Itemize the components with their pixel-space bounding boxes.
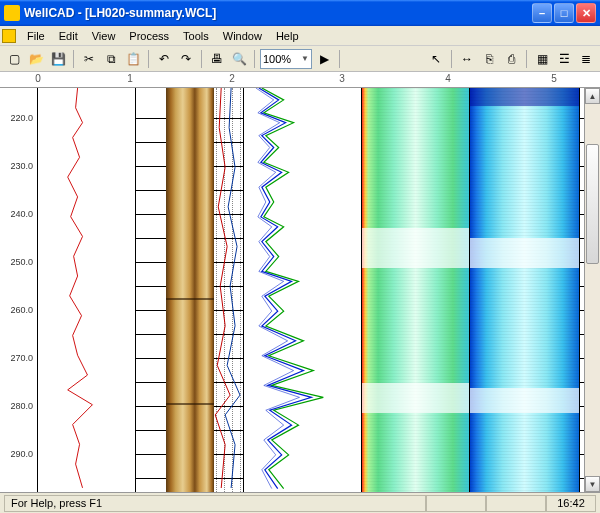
spectral-band	[362, 228, 469, 268]
scrollbar-thumb[interactable]	[586, 144, 599, 264]
config-icon: ⎘	[486, 52, 493, 66]
undo-icon: ↶	[159, 52, 169, 66]
ruler-tick: 3	[339, 73, 345, 84]
depth-label: 230.0	[10, 161, 33, 171]
scroll-down-button[interactable]: ▼	[585, 476, 600, 492]
tracks-container	[38, 88, 584, 492]
toolbar-separator	[73, 50, 74, 68]
menu-bar: File Edit View Process Tools Window Help	[0, 26, 600, 46]
run-icon: ▶	[320, 52, 329, 66]
new-icon: ▢	[9, 52, 20, 66]
preview-button[interactable]: 🔍	[229, 49, 249, 69]
spectral-band	[470, 388, 579, 413]
depth-label: 240.0	[10, 209, 33, 219]
window-controls: – □ ✕	[532, 3, 596, 23]
layers-icon: ≣	[581, 52, 591, 66]
new-button[interactable]: ▢	[4, 49, 24, 69]
toolbar-separator	[254, 50, 255, 68]
minimize-button[interactable]: –	[532, 3, 552, 23]
config1-button[interactable]: ⎘	[479, 49, 499, 69]
toolbar-separator	[526, 50, 527, 68]
depth-label: 270.0	[10, 353, 33, 363]
spectral-band	[362, 383, 469, 413]
menu-process[interactable]: Process	[122, 28, 176, 44]
pointer-icon: ↖	[431, 52, 441, 66]
zoom-value: 100%	[263, 53, 291, 65]
track-5-spectral[interactable]	[470, 88, 580, 492]
run-button[interactable]: ▶	[314, 49, 334, 69]
ruler-tick: 1	[127, 73, 133, 84]
ruler-tick: 4	[445, 73, 451, 84]
log-workspace[interactable]: 220.0 230.0 240.0 250.0 260.0 270.0 280.…	[0, 88, 600, 492]
print-icon: 🖶	[211, 52, 223, 66]
maximize-button[interactable]: □	[554, 3, 574, 23]
curve-multi	[244, 88, 361, 489]
scroll-up-button[interactable]: ▲	[585, 88, 600, 104]
title-bar: WellCAD - [LH020-summary.WCL] – □ ✕	[0, 0, 600, 26]
menu-view[interactable]: View	[85, 28, 123, 44]
config-icon: ⎙	[508, 52, 515, 66]
layers-button[interactable]: ≣	[576, 49, 596, 69]
toolbar-separator	[148, 50, 149, 68]
redo-button[interactable]: ↷	[176, 49, 196, 69]
window-title: WellCAD - [LH020-summary.WCL]	[24, 6, 532, 20]
status-help: For Help, press F1	[4, 495, 426, 512]
horizontal-ruler: 0 1 2 3 4 5	[0, 72, 600, 88]
copy-button[interactable]: ⧉	[101, 49, 121, 69]
redo-icon: ↷	[181, 52, 191, 66]
open-button[interactable]: 📂	[26, 49, 46, 69]
spectral-band	[470, 238, 579, 268]
toolbar: ▢ 📂 💾 ✂ ⧉ 📋 ↶ ↷ 🖶 🔍 100% ▼ ▶ ↖ ↔ ⎘ ⎙ ▦ ☲…	[0, 46, 600, 72]
ruler-tick: 0	[35, 73, 41, 84]
props-button[interactable]: ☲	[554, 49, 574, 69]
status-bar: For Help, press F1 16:42	[0, 492, 600, 513]
copy-icon: ⧉	[107, 52, 116, 66]
open-icon: 📂	[29, 52, 44, 66]
paste-icon: 📋	[126, 52, 141, 66]
chevron-down-icon: ▼	[301, 54, 309, 63]
toolbar-separator	[201, 50, 202, 68]
track-4-spectral[interactable]	[362, 88, 470, 492]
menu-help[interactable]: Help	[269, 28, 306, 44]
toolbar-separator	[451, 50, 452, 68]
curve-overlay	[136, 88, 243, 488]
app-icon	[4, 5, 20, 21]
measure-button[interactable]: ↔	[457, 49, 477, 69]
close-button[interactable]: ✕	[576, 3, 596, 23]
spectral-image-green	[362, 88, 469, 492]
ruler-tick: 2	[229, 73, 235, 84]
depth-label: 290.0	[10, 449, 33, 459]
props-icon: ☲	[559, 52, 570, 66]
curve-red	[38, 88, 135, 488]
zoom-combo[interactable]: 100% ▼	[260, 49, 312, 69]
menu-window[interactable]: Window	[216, 28, 269, 44]
status-empty	[426, 495, 486, 512]
preview-icon: 🔍	[232, 52, 247, 66]
grid-button[interactable]: ▦	[532, 49, 552, 69]
menu-edit[interactable]: Edit	[52, 28, 85, 44]
track-1-curve[interactable]	[38, 88, 136, 492]
menu-tools[interactable]: Tools	[176, 28, 216, 44]
status-time: 16:42	[546, 495, 596, 512]
track-2-image[interactable]	[136, 88, 244, 492]
save-button[interactable]: 💾	[48, 49, 68, 69]
paste-button[interactable]: 📋	[123, 49, 143, 69]
undo-button[interactable]: ↶	[154, 49, 174, 69]
document-icon	[2, 29, 16, 43]
config2-button[interactable]: ⎙	[501, 49, 521, 69]
scrollbar-track[interactable]	[585, 104, 600, 476]
cut-icon: ✂	[84, 52, 94, 66]
spectral-image-cyan	[470, 88, 579, 492]
track-3-curves[interactable]	[244, 88, 362, 492]
ruler-tick: 5	[551, 73, 557, 84]
pointer-button[interactable]: ↖	[426, 49, 446, 69]
spectral-band	[470, 88, 579, 106]
depth-axis: 220.0 230.0 240.0 250.0 260.0 270.0 280.…	[0, 88, 38, 492]
depth-label: 220.0	[10, 113, 33, 123]
depth-label: 260.0	[10, 305, 33, 315]
print-button[interactable]: 🖶	[207, 49, 227, 69]
vertical-scrollbar[interactable]: ▲ ▼	[584, 88, 600, 492]
menu-file[interactable]: File	[20, 28, 52, 44]
cut-button[interactable]: ✂	[79, 49, 99, 69]
depth-label: 280.0	[10, 401, 33, 411]
